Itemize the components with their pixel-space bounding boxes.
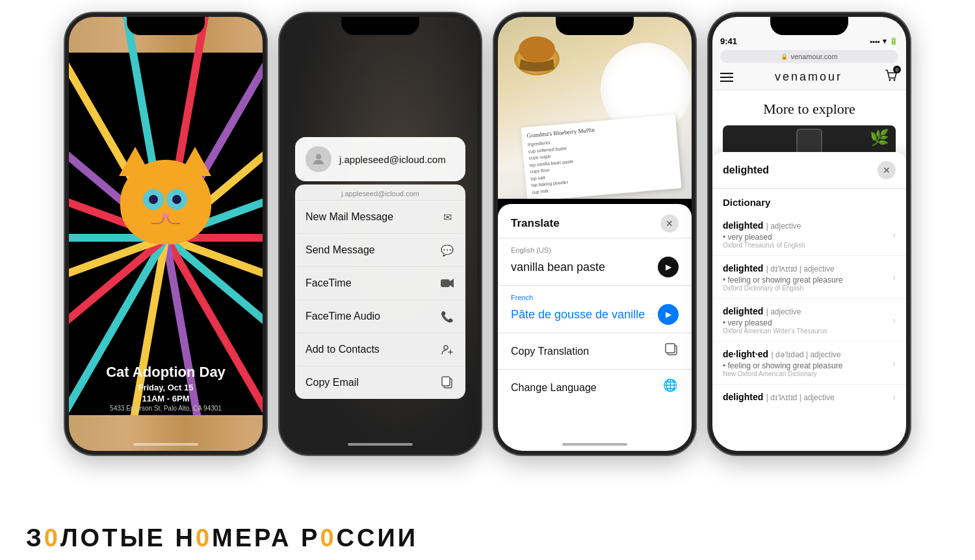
translate-close-button[interactable]: ✕	[660, 214, 679, 233]
chevron-icon-5: ›	[892, 392, 896, 402]
menu-label-copy-email: Copy Email	[306, 377, 359, 388]
change-language-icon: 🌐	[663, 379, 679, 396]
dict-word-2: delighted | dɪˈlʌɪtɪd | adjective	[723, 262, 842, 274]
play-target-button[interactable]: ▶	[658, 304, 679, 325]
cat-mouth-right	[167, 218, 180, 224]
menu-item-send-message[interactable]: Send Message 💬	[295, 234, 465, 267]
dict-entry-3[interactable]: delighted | adjective • very pleased Oxf…	[712, 299, 906, 342]
phone4-frame: 9:41 ▪▪▪▪ ▾ 🔋 🔒 venamour.com	[708, 13, 910, 455]
dict-entry-content-4: de·light·ed | dəˈlɪdəd | adjective • fee…	[723, 348, 842, 377]
add-contact-icon	[439, 342, 455, 357]
hamburger-menu-icon[interactable]	[720, 73, 733, 82]
url-bar[interactable]: 🔒 venamour.com	[720, 50, 898, 63]
dictionary-body: Dictionary delighted | adjective • very …	[712, 189, 906, 417]
menu-item-facetime-audio[interactable]: FaceTime Audio 📞	[295, 300, 465, 333]
svg-rect-12	[666, 344, 675, 353]
svg-rect-1	[441, 279, 450, 287]
dictionary-close-button[interactable]: ✕	[878, 161, 896, 179]
dictionary-section-title: Dictionary	[712, 197, 906, 213]
svg-point-10	[519, 36, 555, 62]
dict-entry-content-1: delighted | adjective • very pleased Oxf…	[723, 220, 805, 249]
menu-item-new-mail[interactable]: New Mail Message ✉	[295, 201, 465, 234]
menu-email-header: j.appleseed@icloud.com	[295, 185, 465, 201]
facetime-icon	[439, 275, 455, 291]
menu-item-copy-email[interactable]: Copy Email	[295, 366, 465, 399]
chevron-icon-2: ›	[892, 272, 896, 283]
change-language-label: Change Language	[511, 382, 597, 394]
menu-item-facetime[interactable]: FaceTime	[295, 267, 465, 300]
svg-point-14	[889, 79, 890, 81]
wifi-icon: ▾	[883, 37, 887, 45]
dict-entry-5[interactable]: delighted | dɪˈlʌɪtɪd | adjective ›	[712, 385, 906, 409]
chevron-icon-1: ›	[892, 229, 896, 240]
copy-icon	[439, 375, 455, 390]
phone2-frame: j.appleseed@icloud.com j.appleseed@iclou…	[280, 13, 481, 455]
phone4-screen: 9:41 ▪▪▪▪ ▾ 🔋 🔒 venamour.com	[712, 17, 906, 188]
russian-text: З0ЛОТЫЕ Н0МЕРА Р0ССИИ	[26, 524, 418, 552]
target-language: French	[498, 286, 692, 304]
message-icon: 💬	[439, 242, 455, 258]
source-language: English (US)	[498, 238, 692, 257]
change-language-row[interactable]: Change Language 🌐	[498, 369, 692, 405]
recipe-photo: Grandma's Blueberry Muffin Ingredients: …	[498, 17, 692, 199]
recipe-ingredients: Ingredients: cup softened butter cups su…	[527, 129, 675, 196]
event-day: Friday, Oct 15	[69, 383, 263, 392]
cat-eye-left	[143, 189, 164, 210]
dict-def-1: • very pleased	[723, 233, 805, 242]
event-time: 11AM - 6PM	[69, 394, 263, 403]
target-text: Pâte de gousse de vanille	[511, 308, 645, 322]
phones-container: Cat Adoption Day Friday, Oct 15 11AM - 6…	[0, 0, 975, 516]
menu-label-facetime-audio: FaceTime Audio	[306, 311, 380, 322]
russian-0-3: 0	[320, 524, 336, 552]
recipe-card: Grandma's Blueberry Muffin Ingredients: …	[521, 114, 681, 199]
source-text-row: vanilla bean paste ▶	[498, 257, 692, 285]
browser-nav: venamour 0	[720, 63, 898, 86]
dict-entry-1[interactable]: delighted | adjective • very pleased Oxf…	[712, 213, 906, 256]
signal-icon: ▪▪▪▪	[870, 38, 880, 45]
russian-0-1: 0	[44, 524, 60, 552]
browser-topbar: 9:41 ▪▪▪▪ ▾ 🔋 🔒 venamour.com	[712, 17, 906, 90]
status-icons: ▪▪▪▪ ▾ 🔋	[870, 37, 898, 45]
home-indicator-3	[562, 443, 627, 446]
menu-label-add-contacts: Add to Contacts	[306, 344, 380, 355]
svg-marker-2	[450, 279, 454, 288]
svg-point-3	[444, 346, 448, 350]
dict-source-3: Oxford American Writer's Thesaurus	[723, 327, 827, 335]
event-title: Cat Adoption Day	[69, 364, 263, 380]
dict-source-2: Oxford Dictionary of English	[723, 285, 842, 292]
play-source-button[interactable]: ▶	[658, 257, 679, 277]
home-indicator-2	[348, 443, 413, 446]
dict-word-4: de·light·ed | dəˈlɪdəd | adjective	[723, 348, 842, 360]
dict-entry-content-3: delighted | adjective • very pleased Oxf…	[723, 305, 827, 335]
dict-entry-2[interactable]: delighted | dɪˈlʌɪtɪd | adjective • feel…	[712, 256, 906, 299]
contact-card: j.appleseed@icloud.com	[295, 137, 465, 181]
menu-label-new-mail: New Mail Message	[306, 211, 393, 223]
copy-translation-row[interactable]: Copy Translation	[498, 333, 692, 369]
cart-button[interactable]: 0	[884, 68, 898, 86]
home-indicator-1	[133, 443, 198, 446]
bottom-banner: З0ЛОТЫЕ Н0МЕРА Р0ССИИ	[0, 516, 975, 560]
dictionary-popup: delighted ✕ Dictionary delighted | adjec…	[712, 152, 906, 451]
site-logo: venamour	[775, 70, 842, 84]
russian-z: З	[26, 524, 44, 552]
dict-entry-4[interactable]: de·light·ed | dəˈlɪdəd | adjective • fee…	[712, 342, 906, 385]
email-context-menu: j.appleseed@icloud.com New Mail Message …	[295, 185, 465, 399]
translate-header: Translate ✕	[498, 204, 692, 238]
target-text-row: Pâte de gousse de vanille ▶	[498, 304, 692, 333]
dictionary-header: delighted ✕	[712, 152, 906, 189]
dict-entry-content-5: delighted | dɪˈlʌɪtɪd | adjective	[723, 391, 835, 403]
cat-eye-right	[166, 189, 187, 210]
muffin	[508, 30, 566, 75]
copy-translation-label: Copy Translation	[511, 346, 589, 357]
leaf-decoration: 🌿	[870, 129, 889, 147]
menu-item-add-contacts[interactable]: Add to Contacts	[295, 333, 465, 366]
cat-mouth-left	[151, 218, 164, 224]
dict-word-1: delighted | adjective	[723, 220, 805, 231]
menu-label-facetime: FaceTime	[306, 277, 352, 289]
menu-label-send-message: Send Message	[306, 244, 375, 256]
battery-icon: 🔋	[889, 37, 898, 45]
cat-pupil-left	[149, 195, 158, 204]
dict-word-3: delighted | adjective	[723, 305, 827, 317]
event-address: 5433 Emerson St, Palo Alto, CA 94301	[69, 405, 263, 412]
svg-text:🌐: 🌐	[663, 379, 678, 392]
